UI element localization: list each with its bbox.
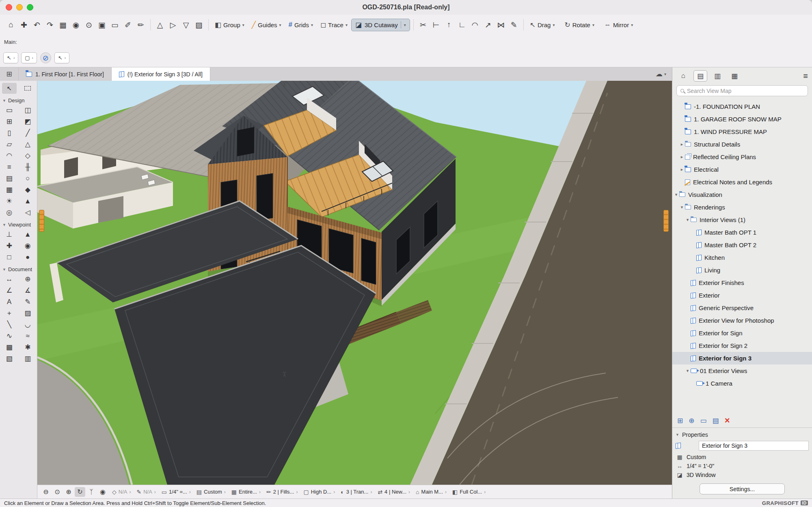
- view-item-garage-roof-snow-map[interactable]: 1. GARAGE ROOF SNOW MAP: [672, 113, 812, 125]
- active-arrow-tool-button[interactable]: ↖ ›: [54, 52, 69, 63]
- tree-disclosure-icon[interactable]: ▾: [679, 205, 685, 210]
- corner-window-tool-icon[interactable]: ◩: [20, 117, 35, 127]
- teamwork-cloud-button[interactable]: ☁ ▾: [650, 67, 672, 81]
- wall-tool-icon[interactable]: ▭: [2, 105, 17, 115]
- view-item-generic-perspective[interactable]: Generic Perspective: [672, 302, 812, 314]
- view-item-01-exterior-views[interactable]: ▾ 01 Exterior Views: [672, 365, 812, 377]
- column-tool-icon[interactable]: ▯: [2, 128, 17, 138]
- view-item-exterior-for-sign-2[interactable]: Exterior for Sign 2: [672, 339, 812, 352]
- star-tool-icon[interactable]: ✱: [20, 342, 35, 352]
- view-item-exterior-view-for-photoshop[interactable]: Exterior View for Photoshop: [672, 314, 812, 327]
- tree-disclosure-icon[interactable]: ▾: [685, 368, 691, 373]
- split-icon[interactable]: ✂: [417, 19, 429, 31]
- worksheet-tool-icon[interactable]: □: [2, 252, 17, 262]
- section-tool-icon[interactable]: ⊥: [2, 229, 17, 239]
- toolbox-section-viewpoint[interactable]: ▼ Viewpoint: [0, 219, 37, 229]
- snap-grid-icon[interactable]: ▣: [96, 19, 108, 31]
- gravity-up-icon[interactable]: △: [154, 19, 166, 31]
- trace-dropdown[interactable]: ◻ Trace ▾: [317, 19, 350, 31]
- orbit-icon[interactable]: ↻: [75, 487, 85, 497]
- inject-parameters-icon[interactable]: ✏: [135, 19, 147, 31]
- cutaway-scissor-marker-bottom[interactable]: ✂: [280, 371, 289, 377]
- marquee-tool-mini-button[interactable]: ▢ ›: [21, 52, 37, 63]
- view-item-living[interactable]: Living: [672, 264, 812, 276]
- curtain-wall-tool-icon[interactable]: ▤: [2, 173, 17, 183]
- label-tool-icon[interactable]: ✎: [20, 297, 35, 307]
- tab-exterior-for-sign-3[interactable]: (!) Exterior for Sign 3 [3D / All]: [112, 67, 210, 81]
- cutaway-plane-handle-left[interactable]: [39, 210, 44, 232]
- tree-disclosure-icon[interactable]: ▸: [679, 154, 685, 160]
- toolbox-section-design[interactable]: ▼ Design: [0, 95, 37, 104]
- pan-hand-icon[interactable]: ✚: [18, 19, 30, 31]
- cutaway-3d-button[interactable]: ◪ 3D Cutaway ▾: [351, 19, 410, 31]
- structure-display-selector[interactable]: ▦ Entire... ›: [229, 489, 263, 495]
- new-folder-button[interactable]: ▭: [700, 416, 707, 425]
- view-item-exterior[interactable]: Exterior: [672, 289, 812, 302]
- measure-icon[interactable]: ▭: [109, 19, 121, 31]
- minimize-button[interactable]: [16, 4, 23, 11]
- object-tool-icon[interactable]: ◆: [20, 185, 35, 195]
- layer-combination-row[interactable]: ▦ Custom: [672, 453, 812, 462]
- view-item-electrical[interactable]: ▸ Electrical: [672, 163, 812, 176]
- roof-tool-icon[interactable]: △: [20, 139, 35, 149]
- hotspot-tool-icon[interactable]: +: [2, 308, 17, 318]
- floor-plan-cut-plane-selector[interactable]: ⌂ Main M... ›: [413, 489, 449, 495]
- arrow-tool-button[interactable]: ↖: [2, 83, 17, 94]
- 3d-viewport[interactable]: ✂ ✂: [37, 81, 672, 485]
- beam-tool-icon[interactable]: ╱: [20, 128, 35, 138]
- view-item-exterior-for-sign-3[interactable]: Exterior for Sign 3: [672, 352, 812, 365]
- hatch-tool-icon[interactable]: ▩: [2, 342, 17, 352]
- stretch-icon[interactable]: ↑: [443, 19, 455, 31]
- line-tool-icon[interactable]: ╲: [2, 319, 17, 330]
- stair-tool-icon[interactable]: ≡: [2, 162, 17, 172]
- marquee-tool-button[interactable]: [20, 83, 35, 94]
- redo-icon[interactable]: ↷: [44, 19, 56, 31]
- properties-header[interactable]: ▼ Properties: [672, 429, 812, 440]
- toolbox-section-document[interactable]: ▼ Document: [0, 264, 37, 273]
- zoom-button[interactable]: [27, 4, 33, 11]
- elevation-tool-icon[interactable]: ▲: [20, 229, 35, 239]
- scale-row[interactable]: ↔ 1/4" = 1'-0": [672, 462, 812, 470]
- scale-indicator[interactable]: ◇ N/A ›: [110, 489, 133, 495]
- pickup-parameters-icon[interactable]: ✐: [122, 19, 134, 31]
- text-tool-icon[interactable]: A: [2, 297, 17, 307]
- morph-tool-icon[interactable]: ▲: [20, 196, 35, 206]
- spline-tool-icon[interactable]: ≈: [20, 331, 35, 341]
- model-view-options-selector[interactable]: ▢ High D... ›: [301, 489, 337, 495]
- view-item-electrical-notes-and-legends[interactable]: Electrical Notes and Legends: [672, 176, 812, 188]
- resize-icon[interactable]: ↗: [482, 19, 494, 31]
- door-tool-icon[interactable]: ◫: [20, 105, 35, 115]
- view-type-row[interactable]: ◪ 3D Window: [672, 470, 812, 479]
- favorites-icon[interactable]: ▦: [57, 19, 69, 31]
- railing-tool-icon[interactable]: ╫: [20, 162, 35, 172]
- tree-disclosure-icon[interactable]: ▾: [673, 192, 679, 197]
- corner-icon[interactable]: ∟: [456, 19, 468, 31]
- adjust-icon[interactable]: ⊢: [430, 19, 442, 31]
- search-elements-icon[interactable]: ◉: [70, 19, 82, 31]
- color-scheme-selector[interactable]: ◧ Full Col... ›: [450, 489, 488, 495]
- tree-disclosure-icon[interactable]: ▸: [679, 142, 685, 147]
- cutaway-plane-handle-right[interactable]: [663, 210, 669, 232]
- window-tool-icon[interactable]: ⊞: [2, 117, 17, 127]
- view-item-renderings[interactable]: ▾ Renderings: [672, 201, 812, 214]
- shell-tool-icon[interactable]: ◠: [2, 151, 17, 161]
- dimension-tool-icon[interactable]: ↔: [2, 274, 17, 284]
- slab-tool-icon[interactable]: ▱: [2, 139, 17, 149]
- mirror-dropdown[interactable]: ⇔ Mirror ▾: [601, 19, 636, 31]
- fillet-icon[interactable]: ◠: [469, 19, 481, 31]
- undo-icon[interactable]: ↶: [31, 19, 43, 31]
- layout-book-icon[interactable]: ▥: [710, 70, 724, 82]
- view-settings-button[interactable]: ▤: [713, 416, 719, 425]
- view-name-field[interactable]: Exterior for Sign 3: [699, 441, 809, 451]
- view-item-master-bath-opt-2[interactable]: Master Bath OPT 2: [672, 239, 812, 251]
- gravity-down-icon[interactable]: ▽: [180, 19, 192, 31]
- lamp-tool-icon[interactable]: ☀: [2, 196, 17, 206]
- detail-tool-icon[interactable]: ◉: [20, 241, 35, 251]
- polyline-tool-icon[interactable]: ∿: [2, 331, 17, 341]
- tab-first-floor[interactable]: 1. First Floor [1. First Floor]: [19, 67, 112, 81]
- skylight-tool-icon[interactable]: ◇: [20, 151, 35, 161]
- find-select-icon[interactable]: ⊙: [83, 19, 95, 31]
- gravity-pair-icon[interactable]: ▷: [167, 19, 179, 31]
- view-item-wind-pressure-map[interactable]: 1. WIND PRESSURE MAP: [672, 125, 812, 138]
- view-item-kitchen[interactable]: Kitchen: [672, 251, 812, 264]
